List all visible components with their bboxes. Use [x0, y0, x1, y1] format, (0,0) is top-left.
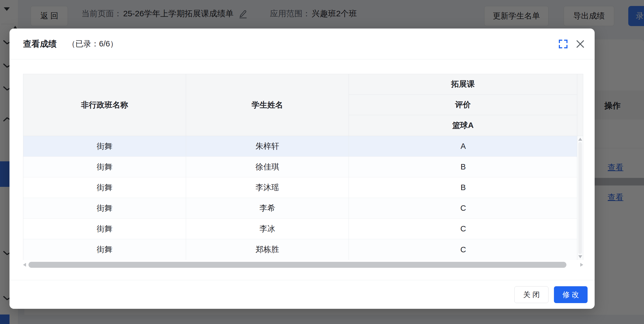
header-course-group: 拓展课	[349, 74, 577, 95]
horizontal-scrollbar-thumb[interactable]	[28, 262, 566, 268]
row-class-name: 街舞	[23, 136, 186, 156]
close-button[interactable]: 关 闭	[514, 286, 549, 303]
row-grade: C	[349, 239, 578, 260]
header-course-item: 篮球A	[349, 115, 577, 136]
scrollbar-right-arrow-icon[interactable]	[580, 263, 583, 267]
row-student-name: 徐佳琪	[186, 157, 349, 177]
modal-table-body: 街舞朱梓轩A街舞徐佳琪B街舞李沐瑶B街舞李希C街舞李冰C街舞郑栋胜C	[23, 136, 583, 260]
table-row[interactable]: 街舞朱梓轩A	[23, 136, 578, 157]
row-class-name: 街舞	[23, 198, 186, 218]
dialog-footer: 关 闭 修 改	[9, 280, 595, 309]
row-grade: B	[349, 157, 578, 177]
table-row[interactable]: 街舞李希C	[23, 198, 578, 219]
dialog-title: 查看成绩	[23, 38, 57, 50]
scores-table: 非行政班名称 学生姓名 拓展课 评价 篮球A 街舞朱梓轩A街舞徐佳琪B街舞李沐瑶…	[23, 74, 583, 260]
vertical-scrollbar[interactable]	[577, 136, 583, 260]
row-class-name: 街舞	[23, 219, 186, 239]
table-header: 非行政班名称 学生姓名 拓展课 评价 篮球A	[23, 74, 583, 136]
horizontal-scrollbar[interactable]	[23, 262, 583, 268]
header-class-name: 非行政班名称	[23, 74, 186, 136]
row-grade: B	[349, 177, 578, 198]
header-course-column: 拓展课 评价 篮球A	[349, 74, 577, 136]
row-class-name: 街舞	[23, 177, 186, 198]
row-student-name: 李沐瑶	[186, 177, 349, 198]
row-grade: C	[349, 198, 578, 218]
table-row[interactable]: 街舞李冰C	[23, 219, 578, 239]
row-grade: A	[349, 136, 578, 156]
header-scrollbar-gutter	[577, 74, 583, 136]
recorded-count-badge: （已录：6/6）	[68, 39, 118, 49]
row-class-name: 街舞	[23, 239, 186, 260]
app-canvas: 返 回 当前页面： 25-26学年上学期拓展课成绩单 应用范围： 兴趣班2个班 …	[0, 0, 644, 324]
row-student-name: 郑栋胜	[186, 239, 349, 260]
fullscreen-icon[interactable]	[558, 29, 568, 59]
header-student-name: 学生姓名	[186, 74, 349, 136]
close-icon[interactable]	[575, 29, 585, 59]
row-student-name: 朱梓轩	[186, 136, 349, 156]
header-evaluation: 评价	[349, 95, 577, 115]
view-scores-dialog: 查看成绩 （已录：6/6） 非行政班名称 学生姓名 拓展课 评价	[9, 29, 595, 309]
dialog-header: 查看成绩 （已录：6/6）	[9, 29, 595, 59]
table-row[interactable]: 街舞李沐瑶B	[23, 177, 578, 198]
row-class-name: 街舞	[23, 157, 186, 177]
scrollbar-down-arrow-icon[interactable]	[578, 255, 582, 258]
row-student-name: 李冰	[186, 219, 349, 239]
row-student-name: 李希	[186, 198, 349, 218]
scrollbar-left-arrow-icon[interactable]	[23, 263, 26, 267]
row-grade: C	[349, 219, 578, 239]
vertical-scrollbar-thumb[interactable]	[578, 142, 582, 254]
table-row[interactable]: 街舞徐佳琪B	[23, 157, 578, 177]
scrollbar-up-arrow-icon[interactable]	[578, 138, 582, 141]
modify-button[interactable]: 修 改	[554, 286, 588, 303]
table-row[interactable]: 街舞郑栋胜C	[23, 239, 578, 260]
